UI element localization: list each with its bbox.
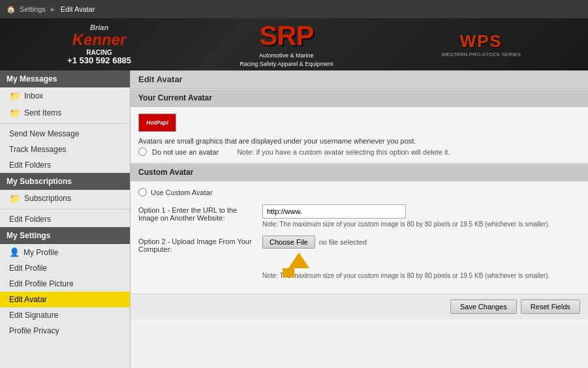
edit-profile-label: Edit Profile — [9, 264, 47, 273]
option1-row: Option 1 - Enter the URL to the Image on… — [138, 204, 580, 228]
banner-wps: WPS WESTERN PRO-STOCK SERIES — [442, 31, 521, 57]
file-note: Note: The maximum size of your custom im… — [262, 272, 563, 279]
banner-srp: SRP Automotive & Marine Racing Safety Ap… — [240, 20, 333, 68]
subscriptions-label: Subscriptions — [24, 194, 71, 203]
divider-1 — [0, 123, 130, 124]
option2-field-area: Choose File no file selected Note: The m… — [262, 236, 580, 279]
srp-sub1: Automotive & Marine — [240, 52, 333, 60]
use-custom-row: Use Custom Avatar — [138, 188, 580, 196]
arrow-container — [262, 249, 580, 268]
sidebar-item-send-message[interactable]: Send New Message — [0, 126, 130, 142]
wps-logo: WPS — [442, 31, 521, 52]
no-avatar-label: Do not use an avatar — [152, 148, 219, 156]
edit-signature-label: Edit Signature — [9, 311, 58, 320]
arrow-up-icon — [288, 253, 309, 268]
sidebar-item-edit-avatar[interactable]: Edit Avatar — [0, 292, 130, 307]
sidebar-item-edit-folders-msg[interactable]: Edit Folders — [0, 157, 130, 173]
breadcrumb-separator: ► — [50, 5, 57, 13]
sent-label: Sent Items — [24, 108, 61, 117]
sidebar-item-sent[interactable]: 📁 Sent Items — [0, 104, 130, 121]
current-avatar-section-title: Your Current Avatar — [131, 89, 588, 107]
home-icon: 🏠 — [7, 5, 16, 14]
no-avatar-row: Do not use an avatar Note: if you have a… — [138, 147, 580, 156]
profile-icon: 👤 — [9, 247, 20, 257]
custom-avatar-section: Use Custom Avatar Option 1 - Enter the U… — [131, 181, 588, 294]
no-avatar-radio[interactable] — [138, 147, 147, 156]
kenner-phone: +1 530 592 6885 — [67, 56, 131, 65]
sidebar: My Messages 📁 Inbox 📁 Sent Items Send Ne… — [0, 70, 131, 368]
my-profile-label: My Profile — [23, 248, 58, 257]
current-avatar-section: HotPapi Avatars are small graphics that … — [131, 107, 588, 163]
avatar-description: Avatars are small graphics that are disp… — [138, 137, 580, 145]
kenner-name: Kenner — [67, 31, 131, 48]
option1-label: Option 1 - Enter the URL to the Image on… — [138, 204, 256, 222]
my-settings-header: My Settings — [0, 227, 130, 244]
subscriptions-icon: 📁 — [9, 193, 20, 204]
sidebar-item-profile-privacy[interactable]: Profile Privacy — [0, 323, 130, 339]
banner-kenner: Brian Kenner RACING +1 530 592 6885 — [67, 23, 131, 65]
inbox-icon: 📁 — [9, 91, 20, 101]
my-subscriptions-header: My Subscriptions — [0, 173, 130, 190]
content-body: Your Current Avatar HotPapi Avatars are … — [131, 89, 588, 319]
file-row: Choose File no file selected — [262, 236, 580, 249]
no-file-text: no file selected — [319, 238, 367, 246]
custom-avatar-section-title: Custom Avatar — [131, 163, 588, 181]
edit-avatar-label: Edit Avatar — [9, 295, 47, 304]
sidebar-item-edit-folders-subs[interactable]: Edit Folders — [0, 211, 130, 227]
use-custom-label: Use Custom Avatar — [151, 189, 213, 196]
content-header: Edit Avatar — [131, 70, 588, 89]
use-custom-radio[interactable] — [138, 188, 147, 196]
edit-profile-picture-label: Edit Profile Picture — [9, 279, 74, 288]
srp-logo: SRP — [240, 20, 333, 52]
edit-folders-msg-label: Edit Folders — [9, 161, 51, 170]
sidebar-item-inbox[interactable]: 📁 Inbox — [0, 87, 130, 104]
profile-privacy-label: Profile Privacy — [9, 326, 59, 335]
srp-sub2: Racing Safety Apparel & Equipment — [240, 60, 333, 69]
sent-icon: 📁 — [9, 108, 20, 118]
option1-field-area: Note: The maximum size of your custom im… — [262, 204, 580, 228]
save-changes-button[interactable]: Save Changes — [450, 299, 517, 314]
wps-sub: WESTERN PRO-STOCK SERIES — [442, 52, 521, 57]
my-messages-header: My Messages — [0, 70, 130, 87]
url-input[interactable] — [262, 204, 406, 219]
actions-row: Save Changes Reset Fields — [131, 294, 588, 319]
arrow-shaft — [283, 268, 294, 277]
breadcrumb-current: Edit Avatar — [61, 5, 95, 13]
delete-note: Note: if you have a custom avatar select… — [237, 148, 450, 156]
avatar-preview: HotPapi — [138, 114, 176, 132]
edit-folders-subs-label: Edit Folders — [9, 215, 51, 224]
choose-file-button[interactable]: Choose File — [262, 236, 315, 249]
sidebar-item-edit-profile-picture[interactable]: Edit Profile Picture — [0, 276, 130, 292]
breadcrumb-bar: 🏠 Settings ► Edit Avatar — [0, 0, 588, 18]
divider-2 — [0, 209, 130, 209]
sidebar-item-track-messages[interactable]: Track Messages — [0, 142, 130, 157]
url-note: Note: The maximum size of your custom im… — [262, 221, 563, 228]
site-banner: Brian Kenner RACING +1 530 592 6885 SRP … — [0, 18, 588, 70]
sidebar-item-edit-profile[interactable]: Edit Profile — [0, 260, 130, 276]
option2-label: Option 2 - Upload Image From Your Comput… — [138, 236, 256, 253]
breadcrumb-settings[interactable]: Settings — [20, 5, 46, 13]
reset-fields-button[interactable]: Reset Fields — [521, 299, 580, 314]
sidebar-item-edit-signature[interactable]: Edit Signature — [0, 307, 130, 323]
kenner-sub: RACING — [67, 49, 131, 56]
sidebar-item-my-profile[interactable]: 👤 My Profile — [0, 244, 130, 260]
inbox-label: Inbox — [24, 91, 43, 100]
sidebar-item-subscriptions[interactable]: 📁 Subscriptions — [0, 190, 130, 207]
send-message-label: Send New Message — [9, 129, 79, 138]
track-messages-label: Track Messages — [9, 145, 67, 154]
content-area: Edit Avatar Your Current Avatar HotPapi … — [131, 70, 588, 368]
option2-row: Option 2 - Upload Image From Your Comput… — [138, 236, 580, 279]
